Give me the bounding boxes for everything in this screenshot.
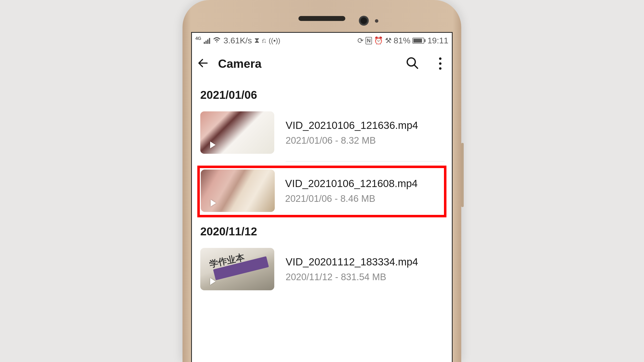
usb-icon: ⎌ xyxy=(262,37,266,45)
file-item[interactable]: VID_20201112_183334.mp4 2020/11/12 - 831… xyxy=(199,245,444,293)
clock-label: 19:11 xyxy=(428,36,448,45)
network-type-label: 4G xyxy=(195,36,201,41)
file-item-highlighted[interactable]: VID_20210106_121608.mp4 2021/01/06 - 8.4… xyxy=(197,166,446,217)
nfc-icon: N xyxy=(366,37,372,44)
file-meta-label: 2021/01/06 - 8.32 MB xyxy=(286,135,418,146)
play-icon xyxy=(210,278,216,285)
file-item[interactable]: VID_20210106_121636.mp4 2021/01/06 - 8.3… xyxy=(199,109,444,156)
svg-line-1 xyxy=(414,65,418,68)
more-options-button[interactable] xyxy=(436,57,445,70)
app-header: Camera xyxy=(192,46,452,81)
battery-percent-label: 81% xyxy=(394,36,410,45)
date-group-header: 2020/11/12 xyxy=(199,217,444,245)
phone-camera xyxy=(359,16,369,26)
play-icon xyxy=(211,200,216,207)
sync-icon: ⟳ xyxy=(358,36,364,45)
page-title: Camera xyxy=(218,57,262,70)
alarm-icon: ⏰ xyxy=(374,36,383,45)
date-group-header: 2021/01/06 xyxy=(199,81,444,109)
file-name-label: VID_20210106_121636.mp4 xyxy=(286,119,418,131)
search-button[interactable] xyxy=(406,56,419,71)
app-screen: 4G 3.61K/s ⧗ ⎌ ((•)) ⟳ N ⏰ ⚒ 81% 19:11 xyxy=(191,32,452,362)
back-button[interactable] xyxy=(197,57,209,70)
file-name-label: VID_20210106_121608.mp4 xyxy=(285,178,418,190)
hotspot-icon: ((•)) xyxy=(268,37,280,45)
wifi-icon xyxy=(212,36,221,45)
divider xyxy=(286,161,444,162)
file-name-label: VID_20201112_183334.mp4 xyxy=(286,256,418,268)
play-icon xyxy=(210,141,216,148)
phone-side-button xyxy=(461,143,464,207)
phone-hardware-top xyxy=(182,12,461,27)
bluetooth-icon: ⚒ xyxy=(385,36,392,45)
file-list[interactable]: 2021/01/06 VID_20210106_121636.mp4 2021/… xyxy=(192,81,452,293)
video-thumbnail[interactable] xyxy=(201,170,275,212)
hourglass-icon: ⧗ xyxy=(254,36,260,45)
phone-sensor xyxy=(375,19,378,23)
file-meta-label: 2021/01/06 - 8.46 MB xyxy=(285,193,418,204)
video-thumbnail[interactable] xyxy=(200,248,274,290)
signal-icon xyxy=(204,37,210,44)
phone-frame: 4G 3.61K/s ⧗ ⎌ ((•)) ⟳ N ⏰ ⚒ 81% 19:11 xyxy=(182,0,461,362)
video-thumbnail[interactable] xyxy=(200,111,274,154)
file-meta-label: 2020/11/12 - 831.54 MB xyxy=(286,272,418,282)
status-bar: 4G 3.61K/s ⧗ ⎌ ((•)) ⟳ N ⏰ ⚒ 81% 19:11 xyxy=(192,33,452,46)
network-speed-label: 3.61K/s xyxy=(224,36,252,45)
battery-icon xyxy=(412,38,426,44)
phone-speaker xyxy=(298,16,345,21)
